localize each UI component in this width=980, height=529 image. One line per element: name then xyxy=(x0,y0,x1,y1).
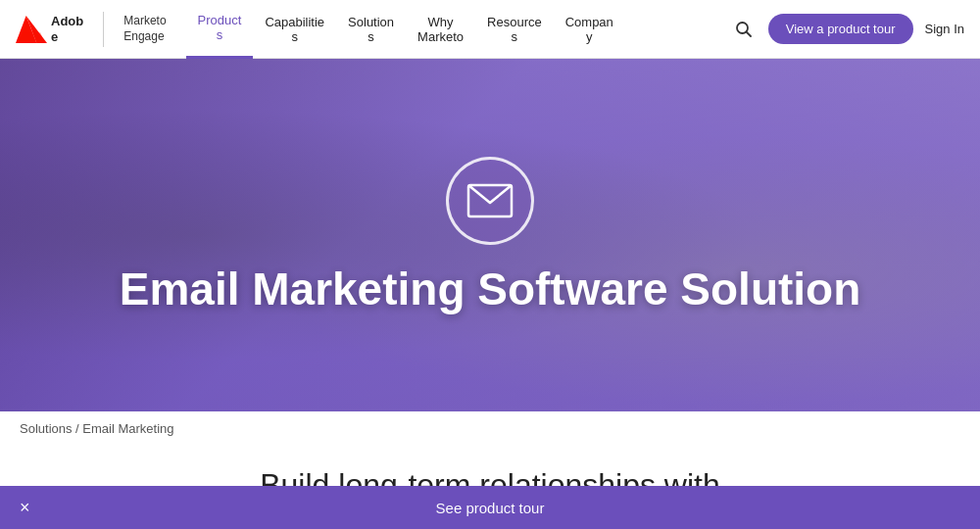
nav-item-company[interactable]: Company xyxy=(554,0,625,59)
adobe-brand-text: Adobe xyxy=(51,14,83,44)
nav-links: Products Capabilities Solutions WhyMarke… xyxy=(186,0,731,59)
search-button[interactable] xyxy=(731,17,757,42)
sign-in-link[interactable]: Sign In xyxy=(925,22,964,36)
marketo-brand-text: Marketo Engage xyxy=(123,14,166,44)
svg-line-4 xyxy=(746,31,751,36)
navbar: Adobe Marketo Engage Products Capabiliti… xyxy=(0,0,980,59)
nav-item-products[interactable]: Products xyxy=(186,0,254,59)
nav-item-solutions[interactable]: Solutions xyxy=(336,0,406,59)
bottom-banner-tour-link[interactable]: See product tour xyxy=(436,500,545,516)
breadcrumb-current: Email Marketing xyxy=(82,421,173,436)
breadcrumb-parent-link[interactable]: Solutions xyxy=(20,421,72,436)
email-icon-container xyxy=(446,157,534,245)
logo-divider xyxy=(103,12,104,47)
bottom-banner: × See product tour xyxy=(0,486,980,529)
adobe-logo[interactable]: Adobe xyxy=(16,14,83,44)
email-icon xyxy=(466,183,514,218)
svg-marker-2 xyxy=(19,32,45,43)
adobe-logo-icon xyxy=(16,16,47,43)
nav-item-resources[interactable]: Resources xyxy=(475,0,554,59)
hero-content: Email Marketing Software Solution xyxy=(120,157,861,314)
view-product-tour-button[interactable]: View a product tour xyxy=(768,14,913,44)
nav-item-why-marketo[interactable]: WhyMarketo xyxy=(406,0,475,59)
hero-section: Email Marketing Software Solution xyxy=(0,59,980,411)
nav-item-capabilities[interactable]: Capabilities xyxy=(253,0,336,59)
breadcrumb: Solutions / Email Marketing xyxy=(0,411,980,446)
search-icon xyxy=(735,21,753,38)
nav-right: View a product tour Sign In xyxy=(731,14,964,44)
bottom-banner-close-button[interactable]: × xyxy=(20,499,30,516)
logo-area: Adobe Marketo Engage xyxy=(16,12,167,47)
hero-title: Email Marketing Software Solution xyxy=(120,264,861,314)
